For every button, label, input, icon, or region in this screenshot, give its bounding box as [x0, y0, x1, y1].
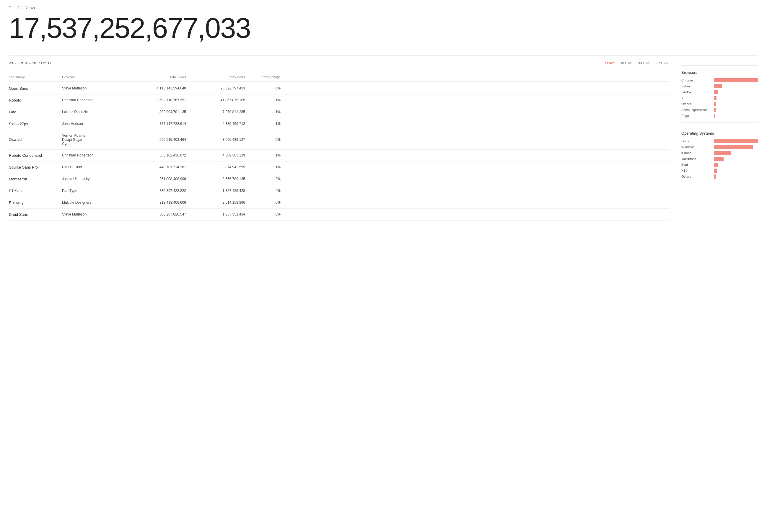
- font-name: Roboto Condensed: [9, 153, 62, 158]
- browser-row: IE: [681, 96, 758, 100]
- designer-name: Christian Robertson: [62, 98, 127, 102]
- browser-bar-container: [714, 84, 758, 88]
- os-label: Others: [681, 175, 714, 178]
- 7day-change: 0%: [245, 212, 280, 216]
- browser-bar-container: [714, 108, 758, 112]
- table-row: Open Sans Steve Matteson 4,116,143,594,6…: [9, 83, 670, 94]
- os-bar: [714, 157, 724, 161]
- 7day-change: 3%: [245, 177, 280, 181]
- total-views: 3,508,118,767,351: [127, 98, 186, 102]
- 7day-change: 4%: [245, 189, 280, 193]
- font-name: Droid Sans: [9, 212, 62, 217]
- os-title: Operating Systems: [681, 131, 758, 136]
- os-bar-container: [714, 157, 758, 161]
- font-name: Montserrat: [9, 177, 62, 181]
- os-label: iPhone: [681, 151, 714, 155]
- total-views: 535,102,430,072: [127, 153, 186, 157]
- total-views: 696,519,403,464: [127, 138, 186, 142]
- table-row: Montserrat Julieta Ulanovsky 361,008,408…: [9, 173, 670, 185]
- browser-bar: [714, 96, 717, 100]
- os-bars: Linux Windows iPhone Macintosh iPad: [681, 139, 758, 179]
- 7day-change: 1%: [245, 165, 280, 169]
- 7day-views: 3,374,942,595: [186, 165, 245, 169]
- designer-name: Łukasz Dziedzic: [62, 110, 127, 114]
- 7day-change: 1%: [245, 110, 280, 114]
- font-name: PT Sans: [9, 189, 62, 193]
- designer-name: Julieta Ulanovsky: [62, 177, 127, 181]
- browser-bar: [714, 84, 722, 88]
- table-row: Source Sans Pro Paul D. Hunt 440,701,714…: [9, 161, 670, 173]
- browsers-title: Browsers: [681, 70, 758, 75]
- total-number: 17,537,252,677,033: [9, 12, 758, 44]
- os-bar: [714, 163, 718, 167]
- os-label: Linux: [681, 139, 714, 143]
- os-row: Others: [681, 174, 758, 179]
- col-header-font: Font family: [9, 75, 62, 79]
- designer-name: John Hudson: [62, 122, 127, 126]
- total-views: 4,116,143,594,640: [127, 86, 186, 90]
- browser-bar-container: [714, 102, 758, 106]
- 7day-views: 41,867,815,105: [186, 98, 245, 102]
- browsers-bars: Chrome Safari Firefox IE Others: [681, 78, 758, 118]
- browser-label: Others: [681, 102, 714, 106]
- designer-name: Steve Matteson: [62, 212, 127, 216]
- date-range-bar: 2017 Oct 10 – 2017 Oct 17 7 DAY 30 DAY 9…: [9, 61, 670, 66]
- 7day-views: 2,514,158,896: [186, 200, 245, 205]
- os-bar-container: [714, 169, 758, 173]
- browser-label: SamsungBrowser: [681, 108, 714, 112]
- os-row: Linux: [681, 139, 758, 143]
- os-label: Macintosh: [681, 157, 714, 161]
- os-bar: [714, 139, 758, 143]
- table-row: Slabo 27px John Hudson 777,117,728,614 4…: [9, 118, 670, 130]
- period-buttons: 7 DAY 30 DAY 90 DAY 1 YEAR: [603, 61, 670, 66]
- designer-name: Christian Robertson: [62, 153, 127, 157]
- os-row: Macintosh: [681, 157, 758, 161]
- designer-name: Multiple Designers: [62, 200, 127, 205]
- 7day-views: 4,309,383,119: [186, 153, 245, 157]
- designer-name: Vernon AdamsKalapi GajjarCyreal: [62, 133, 127, 146]
- 7day-change: 5%: [245, 138, 280, 142]
- table-body: Open Sans Steve Matteson 4,116,143,594,6…: [9, 83, 670, 221]
- period-90day[interactable]: 90 DAY: [637, 61, 651, 66]
- browser-bar-container: [714, 96, 758, 100]
- total-views: 777,117,728,614: [127, 122, 186, 126]
- total-views: 889,004,701,135: [127, 110, 186, 114]
- browser-row: SamsungBrowser: [681, 108, 758, 112]
- table-row: PT Sans ParaType 330,897,422,222 1,857,4…: [9, 185, 670, 197]
- 7day-change: 0%: [245, 86, 280, 90]
- os-bar-container: [714, 145, 758, 149]
- table-header: Font family Designer Total Views 7 day v…: [9, 73, 670, 81]
- font-name: Oswald: [9, 137, 62, 142]
- period-7day[interactable]: 7 DAY: [603, 61, 616, 66]
- font-name: Open Sans: [9, 86, 62, 91]
- col-header-7day: 7 day views: [186, 75, 245, 79]
- 7day-views: 7,279,811,285: [186, 110, 245, 114]
- os-row: iPhone: [681, 151, 758, 155]
- os-bar: [714, 151, 731, 155]
- total-label: Total Font Views: [9, 6, 758, 10]
- 7day-views: 3,566,789,135: [186, 177, 245, 181]
- browser-bar: [714, 102, 716, 106]
- browser-label: Safari: [681, 84, 714, 88]
- 7day-change: 0%: [245, 200, 280, 205]
- period-1year[interactable]: 1 YEAR: [655, 61, 670, 66]
- os-row: X11: [681, 169, 758, 173]
- font-name: Slabo 27px: [9, 122, 62, 126]
- col-header-designer: Designer: [62, 75, 127, 79]
- browser-bar-container: [714, 78, 758, 82]
- designer-name: Paul D. Hunt: [62, 165, 127, 169]
- os-label: iPad: [681, 163, 714, 167]
- browser-bar: [714, 114, 715, 118]
- 7day-views: 1,857,425,428: [186, 189, 245, 193]
- os-bar-container: [714, 163, 758, 167]
- font-name: Roboto: [9, 98, 62, 102]
- font-name: Source Sans Pro: [9, 165, 62, 169]
- 7day-change: -1%: [245, 122, 280, 126]
- os-row: Windows: [681, 145, 758, 149]
- font-name: Lato: [9, 110, 62, 114]
- os-bar-container: [714, 139, 758, 143]
- 7day-views: 25,522,797,433: [186, 86, 245, 90]
- os-row: iPad: [681, 163, 758, 167]
- 7day-views: 3,660,489,127: [186, 138, 245, 142]
- period-30day[interactable]: 30 DAY: [619, 61, 633, 66]
